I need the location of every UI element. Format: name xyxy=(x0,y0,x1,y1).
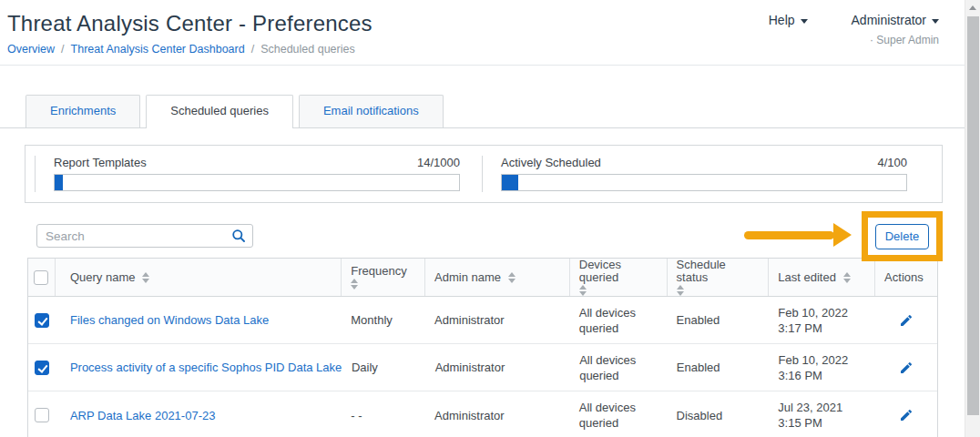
tab-scheduled-queries[interactable]: Scheduled queries xyxy=(146,95,293,127)
scrollbar-thumb[interactable] xyxy=(967,16,979,415)
schedule-status-cell: Enabled xyxy=(668,360,770,375)
top-bar: Threat Analysis Center - Preferences Ove… xyxy=(0,0,980,66)
table-row: ARP Data Lake 2021-07-23 - - Administrat… xyxy=(28,391,937,437)
page-title: Threat Analysis Center - Preferences xyxy=(7,11,373,36)
edit-pencil-icon[interactable] xyxy=(899,361,914,375)
progress-bar xyxy=(501,174,907,191)
schedule-status-cell: Disabled xyxy=(668,408,770,423)
breadcrumb-separator: / xyxy=(61,43,64,56)
sort-icon xyxy=(508,272,516,283)
sort-icon xyxy=(677,285,684,296)
column-header-frequency[interactable]: Frequency xyxy=(342,259,425,296)
row-checkbox[interactable] xyxy=(35,408,49,422)
search-icon[interactable] xyxy=(231,229,246,243)
admin-name-cell: Administrator xyxy=(425,312,570,328)
breadcrumb-current: Scheduled queries xyxy=(260,43,355,56)
progress-bar xyxy=(54,174,460,191)
schedule-status-cell: Enabled xyxy=(668,312,770,328)
scheduled-queries-table: Query name Frequency Admin name Devices … xyxy=(27,258,938,437)
query-name-cell: ARP Data Lake 2021-07-23 xyxy=(56,408,342,423)
row-checkbox-cell xyxy=(28,313,56,328)
quota-report-templates: Report Templates 14/1000 xyxy=(35,156,482,192)
scrollbar-up-arrow-icon[interactable] xyxy=(965,0,980,15)
admin-name-cell: Administrator xyxy=(425,408,570,423)
quota-panel: Report Templates 14/1000 Actively Schedu… xyxy=(25,145,943,203)
quota-actively-scheduled: Actively Scheduled 4/100 xyxy=(482,156,929,192)
table-row: Process activity of a specific Sophos PI… xyxy=(28,344,937,391)
sort-icon xyxy=(843,272,851,283)
annotation-highlight-box: Delete xyxy=(862,211,943,261)
search-box xyxy=(36,224,253,248)
devices-queried-cell: All devices queried xyxy=(570,352,668,383)
last-edited-cell: Jul 23, 2021 3:15 PM xyxy=(769,400,875,431)
delete-button[interactable]: Delete xyxy=(875,224,929,249)
quota-count: 14/1000 xyxy=(417,156,460,169)
edit-pencil-icon[interactable] xyxy=(899,408,914,422)
table-body: Files changed on Windows Data Lake Month… xyxy=(28,297,937,437)
breadcrumb: Overview / Threat Analysis Center Dashbo… xyxy=(7,43,373,56)
table-header-row: Query name Frequency Admin name Devices … xyxy=(28,259,937,297)
devices-queried-cell: All devices queried xyxy=(570,400,668,431)
sort-icon xyxy=(351,279,358,290)
query-name-link[interactable]: Process activity of a specific Sophos PI… xyxy=(70,361,342,374)
actions-cell xyxy=(875,313,937,328)
search-input[interactable] xyxy=(36,224,253,248)
query-name-link[interactable]: ARP Data Lake 2021-07-23 xyxy=(70,409,215,422)
chevron-down-icon xyxy=(801,19,808,24)
chevron-down-icon xyxy=(932,19,939,24)
user-role-label: · Super Admin xyxy=(852,34,939,46)
actions-cell xyxy=(875,361,937,375)
page: Threat Analysis Center - Preferences Ove… xyxy=(0,0,980,437)
query-name-link[interactable]: Files changed on Windows Data Lake xyxy=(70,313,269,327)
admin-name-cell: Administrator xyxy=(426,360,571,375)
progress-fill xyxy=(502,175,518,190)
quota-label: Actively Scheduled xyxy=(501,156,601,169)
last-edited-cell: Feb 10, 2022 3:17 PM xyxy=(769,305,875,336)
quota-count: 4/100 xyxy=(877,156,907,169)
tab-email-notifications[interactable]: Email notifications xyxy=(299,95,444,127)
user-menu[interactable]: Administrator xyxy=(852,13,939,27)
sort-icon xyxy=(579,285,587,296)
column-header-schedule-status[interactable]: Schedule status xyxy=(668,259,770,296)
select-all-checkbox-cell xyxy=(28,259,56,296)
breadcrumb-overview[interactable]: Overview xyxy=(7,43,55,56)
breadcrumb-separator: / xyxy=(251,43,254,56)
column-header-admin-name[interactable]: Admin name xyxy=(425,259,570,296)
column-header-last-edited[interactable]: Last edited xyxy=(769,259,875,296)
query-name-cell: Process activity of a specific Sophos PI… xyxy=(56,360,342,375)
row-checkbox-cell xyxy=(28,408,56,422)
row-checkbox[interactable] xyxy=(35,313,49,328)
breadcrumb-dashboard[interactable]: Threat Analysis Center Dashboard xyxy=(71,43,245,56)
edit-pencil-icon[interactable] xyxy=(899,313,914,328)
user-menu-block: Administrator · Super Admin xyxy=(852,13,939,46)
select-all-checkbox[interactable] xyxy=(34,270,48,285)
tab-bar: Enrichments Scheduled queries Email noti… xyxy=(0,95,980,128)
title-block: Threat Analysis Center - Preferences Ove… xyxy=(7,9,373,65)
tab-enrichments[interactable]: Enrichments xyxy=(26,95,140,127)
frequency-cell: Monthly xyxy=(342,312,425,328)
devices-queried-cell: All devices queried xyxy=(570,305,668,336)
progress-fill xyxy=(55,175,63,190)
row-checkbox[interactable] xyxy=(35,361,49,375)
actions-cell xyxy=(875,408,937,422)
column-header-devices-queried[interactable]: Devices queried xyxy=(570,259,668,296)
table-row: Files changed on Windows Data Lake Month… xyxy=(28,297,937,344)
annotation-arrow xyxy=(744,223,852,247)
query-name-cell: Files changed on Windows Data Lake xyxy=(56,312,342,328)
sort-icon xyxy=(142,272,149,283)
top-right-menus: Help Administrator · Super Admin xyxy=(769,9,939,65)
help-menu[interactable]: Help xyxy=(769,13,808,27)
column-header-actions: Actions xyxy=(875,259,937,296)
row-checkbox-cell xyxy=(28,361,56,375)
column-header-query-name[interactable]: Query name xyxy=(56,259,342,296)
frequency-cell: Daily xyxy=(342,360,426,375)
vertical-scrollbar[interactable] xyxy=(965,0,980,437)
quota-label: Report Templates xyxy=(54,156,147,169)
last-edited-cell: Feb 10, 2022 3:16 PM xyxy=(770,352,876,383)
frequency-cell: - - xyxy=(342,408,425,423)
